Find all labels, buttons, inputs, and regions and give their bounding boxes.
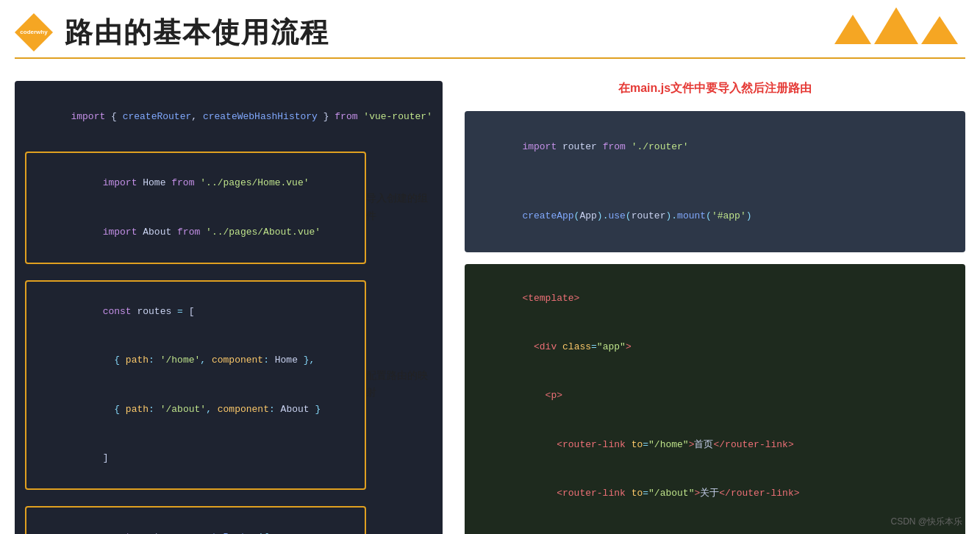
template-code-block: <template> <div class="app"> <p> <router…: [465, 264, 965, 534]
right-title: 在main.js文件中要导入然后注册路由: [465, 81, 965, 96]
routes-close: ]: [34, 434, 357, 483]
logo-text: coderwhy: [20, 29, 47, 36]
header: coderwhy 路由的基本使用流程: [0, 0, 980, 51]
import-home: import Home from '../pages/Home.vue': [34, 159, 357, 207]
mountain-icon-3: [921, 16, 958, 44]
import-line: import { createRouter, createWebHashHist…: [25, 93, 432, 141]
main-code-block: import { createRouter, createWebHashHist…: [15, 81, 443, 534]
page-title: 路由的基本使用流程: [65, 14, 329, 51]
section2-code: const routes = [ { path: '/home', compon…: [25, 280, 366, 490]
mountain-icon-2: [874, 7, 918, 44]
route-home: { path: '/home', component: Home },: [34, 336, 357, 385]
section2-annotation: 配置路由的映射: [366, 274, 432, 496]
section2-row: const routes = [ { path: '/home', compon…: [25, 274, 432, 496]
section1-row: import Home from '../pages/Home.vue' imp…: [25, 146, 432, 270]
section1-code: import Home from '../pages/Home.vue' imp…: [25, 152, 366, 264]
header-divider: [15, 57, 965, 59]
footer-text: CSDN @快乐本乐: [890, 516, 962, 527]
left-panel: import { createRouter, createWebHashHist…: [15, 81, 443, 534]
footer: CSDN @快乐本乐: [890, 516, 962, 528]
import-router-line: import router from './router': [476, 121, 954, 173]
right-panel: 在main.js文件中要导入然后注册路由 import router from …: [465, 81, 965, 534]
import-about: import About from '../pages/About.vue': [34, 208, 357, 257]
template-open: <template>: [476, 274, 954, 323]
router-link-home: <router-link to="/home">首页</router-link>: [476, 421, 954, 469]
createapp-line: createApp(App).use(router).mount('#app'): [476, 191, 954, 242]
main-content: import { createRouter, createWebHashHist…: [0, 66, 980, 534]
p-close: </p>: [476, 518, 954, 534]
section1-annotation: 导入创建的组件: [366, 146, 432, 270]
router-link-about: <router-link to="/about">关于</router-link…: [476, 469, 954, 518]
router-create-open: const router = createRouter({: [34, 513, 357, 534]
p-open: <p>: [476, 371, 954, 420]
header-decoration: [834, 7, 958, 44]
mainjs-code-block: import router from './router' createApp(…: [465, 111, 965, 252]
div-open: <div class="app">: [476, 323, 954, 371]
blank-line: [476, 173, 954, 190]
section3-code: const router = createRouter({ routes, hi…: [25, 506, 366, 534]
routes-open: const routes = [: [34, 288, 357, 336]
section3-annotation: 创建router对象: [366, 500, 432, 534]
route-about: { path: '/about', component: About }: [34, 385, 357, 433]
section3-row: const router = createRouter({ routes, hi…: [25, 500, 432, 534]
logo: coderwhy: [15, 13, 53, 51]
mountain-icon-1: [834, 15, 871, 44]
